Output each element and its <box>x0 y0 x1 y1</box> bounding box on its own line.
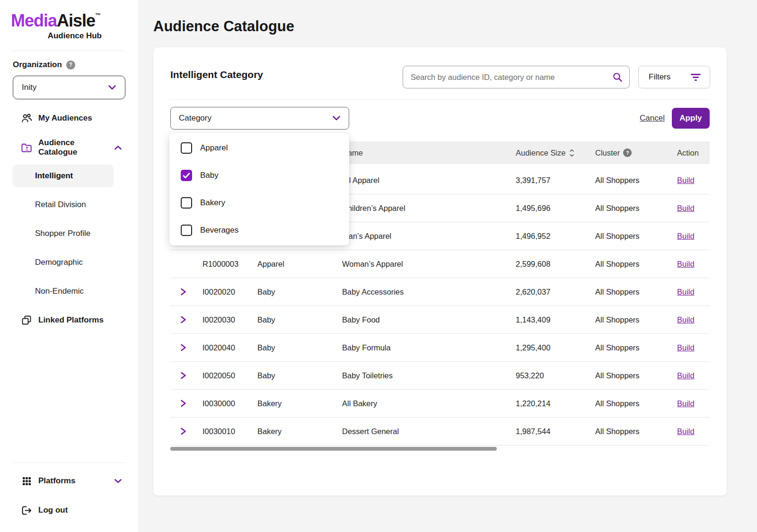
organization-selected-value: Inity <box>22 83 36 92</box>
sidebar-item-label: My Audiences <box>38 113 92 123</box>
category-cell: Baby <box>252 315 336 324</box>
audience-id-cell: I0030000 <box>196 399 252 408</box>
search-box <box>403 66 630 88</box>
category-cell: Baby <box>252 371 336 380</box>
sidebar-item-retail-division[interactable]: Retail Division <box>12 193 114 216</box>
sidebar-item-my-audiences[interactable]: My Audiences <box>0 109 138 128</box>
category-select[interactable]: Category <box>170 107 349 130</box>
sidebar-item-logout[interactable]: Log out <box>0 501 138 520</box>
category-cell: Apparel <box>252 260 336 269</box>
category-option-beverages[interactable]: Beverages <box>169 217 349 244</box>
cluster-help-icon[interactable]: ? <box>623 148 632 157</box>
filters-button[interactable]: Filters <box>638 66 710 88</box>
sidebar: MediaAisle™ Audience Hub Organization ? … <box>0 0 138 532</box>
table-row: I0020040BabyBaby Formula1,295,400All Sho… <box>170 334 710 362</box>
brand-logo: MediaAisle™ Audience Hub <box>0 0 138 41</box>
sidebar-bottom: Platforms Log out <box>0 462 138 532</box>
expand-row-icon[interactable] <box>180 371 187 380</box>
audience-size-cell: 1,220,214 <box>510 399 589 408</box>
name-cell: Baby Food <box>336 315 510 324</box>
grid-icon <box>21 476 32 486</box>
name-cell: Woman’s Apparel <box>336 260 510 269</box>
expand-row-icon[interactable] <box>180 315 187 324</box>
chevron-down-icon <box>332 115 341 121</box>
category-option-bakery[interactable]: Bakery <box>169 189 349 217</box>
table-row: R1000003ApparelWoman’s Apparel2,599,608A… <box>170 250 710 278</box>
cluster-cell: All Shoppers <box>589 260 672 269</box>
action-cell: Build <box>672 315 710 324</box>
brand-logo-text: MediaAisle™ <box>11 12 138 29</box>
apply-button[interactable]: Apply <box>672 108 710 129</box>
expand-cell <box>170 343 196 352</box>
search-icon[interactable] <box>612 72 629 82</box>
checkbox-checked-icon[interactable] <box>181 170 192 181</box>
cluster-cell: All Shoppers <box>589 315 672 324</box>
horizontal-scrollbar-thumb[interactable] <box>170 447 497 451</box>
sidebar-item-shopper-profile[interactable]: Shopper Profile <box>12 222 114 245</box>
card-title: Intelligent Category <box>170 69 263 80</box>
sidebar-item-linked-platforms[interactable]: Linked Platforms <box>0 311 138 330</box>
search-input[interactable] <box>403 73 612 82</box>
action-cell: Build <box>672 288 710 297</box>
cluster-cell: All Shoppers <box>589 427 672 436</box>
expand-row-icon[interactable] <box>180 288 187 296</box>
audience-size-cell: 1,495,696 <box>510 204 589 213</box>
build-link[interactable]: Build <box>677 260 695 269</box>
name-cell: Dessert General <box>336 427 510 436</box>
audience-size-cell: 2,620,037 <box>510 288 589 297</box>
audience-id-cell: I0020050 <box>196 371 252 380</box>
expand-row-icon[interactable] <box>180 427 187 436</box>
sidebar-item-demographic[interactable]: Demographic <box>12 251 114 274</box>
table-row: I0020020BabyBaby Accessories2,620,037All… <box>170 278 710 306</box>
build-link[interactable]: Build <box>677 371 695 380</box>
build-link[interactable]: Build <box>677 176 695 185</box>
organization-select[interactable]: Inity <box>13 76 125 99</box>
name-cell: Man’s Apparel <box>336 232 510 241</box>
build-link[interactable]: Build <box>677 343 695 352</box>
build-link[interactable]: Build <box>677 399 695 408</box>
category-option-baby[interactable]: Baby <box>169 162 349 189</box>
sidebar-item-non-endemic[interactable]: Non-Endemic <box>12 280 114 303</box>
action-cell: Build <box>672 399 710 408</box>
action-cell: Build <box>672 204 710 213</box>
card-divider <box>170 99 710 100</box>
organization-help-icon[interactable]: ? <box>66 61 75 70</box>
expand-cell <box>170 315 196 324</box>
build-link[interactable]: Build <box>677 427 695 436</box>
checkbox-icon[interactable] <box>181 197 192 209</box>
name-cell: Children’s Apparel <box>336 204 510 213</box>
table-row: I0030000BakeryAll Bakery1,220,214All Sho… <box>170 390 710 418</box>
audience-size-cell: 2,599,608 <box>510 260 589 269</box>
expand-row-icon[interactable] <box>180 399 187 408</box>
audience-id-cell: R1000003 <box>196 260 252 269</box>
sidebar-item-label: Linked Platforms <box>38 315 104 325</box>
chevron-down-icon <box>114 479 122 484</box>
name-cell: Baby Toiletries <box>336 371 510 380</box>
expand-cell <box>170 427 196 436</box>
build-link[interactable]: Build <box>677 315 695 324</box>
checkbox-icon[interactable] <box>181 225 192 236</box>
trademark-symbol: ™ <box>95 12 101 18</box>
sidebar-item-platforms[interactable]: Platforms <box>0 471 138 490</box>
chevron-up-icon <box>114 145 122 150</box>
expand-cell <box>170 288 196 296</box>
build-link[interactable]: Build <box>677 288 695 297</box>
audience-size-cell: 1,987,544 <box>510 427 589 436</box>
expand-row-icon[interactable] <box>180 343 187 352</box>
build-link[interactable]: Build <box>677 204 695 213</box>
checkbox-icon[interactable] <box>181 142 192 154</box>
sidebar-item-intelligent[interactable]: Intelligent <box>12 165 114 187</box>
main-content: Audience Catalogue Intelligent Category … <box>138 0 757 532</box>
category-cell: Baby <box>252 288 336 297</box>
category-option-apparel[interactable]: Apparel <box>169 134 349 162</box>
build-link[interactable]: Build <box>677 232 695 241</box>
linked-platforms-icon <box>21 315 32 325</box>
action-cell: Build <box>672 371 710 380</box>
header-audience-size[interactable]: Audience Size <box>510 148 589 157</box>
audience-id-cell: I0030010 <box>196 427 252 436</box>
sidebar-item-audience-catalogue[interactable]: Audience Catalogue <box>0 138 138 157</box>
cancel-button[interactable]: Cancel <box>640 113 665 123</box>
action-cell: Build <box>672 260 710 269</box>
expand-cell <box>170 399 196 408</box>
folder-person-icon <box>21 143 32 153</box>
